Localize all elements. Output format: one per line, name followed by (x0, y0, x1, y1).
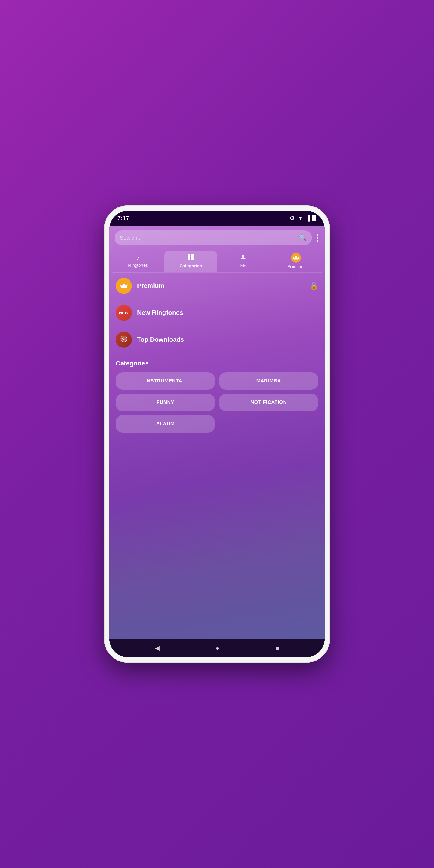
back-button[interactable]: ◀ (155, 644, 160, 652)
categories-section: Categories INSTRUMENTAL MARIMBA FUNNY NO… (110, 353, 324, 437)
search-icon: 🔍 (299, 234, 307, 242)
category-funny[interactable]: FUNNY (116, 394, 215, 411)
more-menu-button[interactable] (315, 232, 319, 244)
bottom-nav: ◀ ● ■ (110, 639, 324, 657)
wifi-icon: ▼ (298, 215, 303, 221)
download-arrow-icon (120, 335, 128, 344)
app-content: 🔍 ♪ Ringtones (110, 226, 324, 639)
new-badge-text: NEW (119, 311, 128, 315)
more-dot-2 (316, 237, 318, 239)
premium-item-label: Premium (137, 282, 304, 290)
new-ringtones-icon: NEW (116, 305, 132, 321)
svg-point-4 (242, 255, 245, 257)
music-note-icon: ♪ (136, 254, 140, 261)
tab-ringtones-label: Ringtones (128, 263, 148, 268)
top-downloads-label: Top Downloads (137, 336, 318, 343)
svg-rect-0 (188, 254, 190, 257)
category-notification[interactable]: NOTIFICATION (219, 394, 318, 411)
list-item-new-ringtones[interactable]: NEW New Ringtones (110, 300, 324, 327)
home-button[interactable]: ● (216, 644, 219, 652)
search-bar-container: 🔍 (110, 226, 324, 248)
more-dot-1 (316, 234, 318, 236)
categories-section-title: Categories (116, 360, 318, 367)
more-dot-3 (316, 240, 318, 242)
new-ringtones-label: New Ringtones (137, 309, 318, 316)
list-item-top-downloads[interactable]: Top Downloads (110, 327, 324, 353)
search-input[interactable] (120, 235, 296, 241)
list-item-premium[interactable]: Premium 🔒 (110, 273, 324, 300)
tab-bar: ♪ Ringtones Categories (110, 248, 324, 272)
category-alarm[interactable]: ALARM (116, 415, 215, 433)
tab-premium[interactable]: Premium (270, 250, 322, 272)
person-icon (240, 253, 247, 262)
signal-icon: ▐ (306, 215, 310, 221)
svg-rect-3 (191, 257, 193, 260)
status-icons: ⚙ ▼ ▐ ▉ (290, 215, 316, 222)
phone-screen: 7:17 ⚙ ▼ ▐ ▉ 🔍 (110, 211, 324, 657)
battery-icon: ▉ (312, 215, 316, 221)
lock-icon: 🔒 (310, 282, 318, 290)
tab-categories[interactable]: Categories (164, 251, 217, 272)
status-bar: 7:17 ⚙ ▼ ▐ ▉ (110, 211, 324, 226)
tab-me-label: Me (241, 263, 247, 268)
category-instrumental[interactable]: INSTRUMENTAL (116, 372, 215, 390)
top-downloads-icon (116, 332, 132, 348)
svg-rect-1 (191, 254, 193, 257)
search-bar[interactable]: 🔍 (115, 230, 312, 245)
premium-tab-icon (291, 253, 301, 263)
categories-grid: INSTRUMENTAL MARIMBA FUNNY NOTIFICATION … (116, 372, 318, 433)
category-marimba[interactable]: MARIMBA (219, 372, 318, 390)
tab-premium-label: Premium (287, 264, 305, 269)
gear-icon: ⚙ (290, 215, 295, 222)
recent-button[interactable]: ■ (275, 644, 279, 652)
grid-icon (187, 253, 194, 262)
svg-rect-2 (188, 257, 190, 260)
tab-me[interactable]: Me (217, 251, 270, 272)
tab-ringtones[interactable]: ♪ Ringtones (112, 251, 164, 271)
premium-icon (116, 278, 132, 294)
list-section: Premium 🔒 NEW New Ringtones (110, 273, 324, 639)
tab-categories-label: Categories (179, 263, 202, 268)
phone-device: 7:17 ⚙ ▼ ▐ ▉ 🔍 (104, 206, 330, 662)
status-time: 7:17 (118, 215, 129, 222)
